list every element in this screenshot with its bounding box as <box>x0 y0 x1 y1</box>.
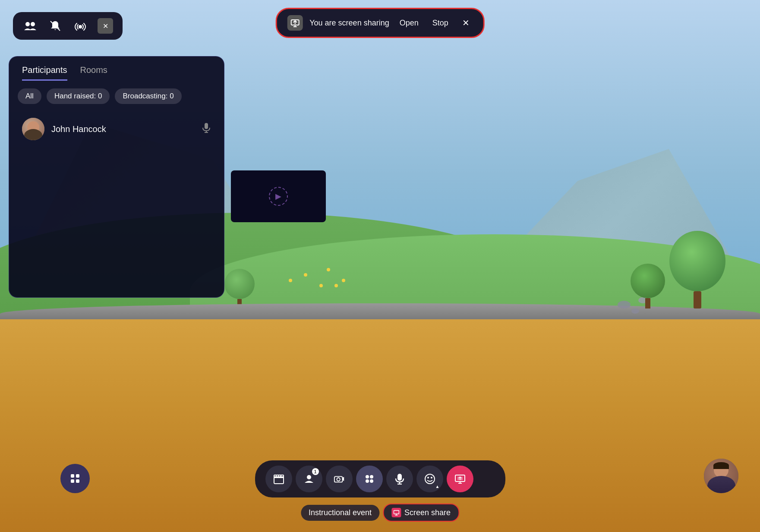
avatar-inner-br <box>704 459 738 493</box>
panel-filters: All Hand raised: 0 Broadcasting: 0 <box>9 81 224 112</box>
tree-foliage <box>669 231 725 291</box>
flower <box>319 284 323 287</box>
bell-slash-icon[interactable] <box>47 18 63 34</box>
screen-share-close-button[interactable]: ✕ <box>459 16 473 30</box>
participant-list: John Hancock <box>9 112 224 297</box>
svg-point-22 <box>337 478 340 481</box>
tab-rooms[interactable]: Rooms <box>80 65 107 81</box>
panel-tabs: Participants Rooms <box>9 57 224 81</box>
table-surface <box>0 319 760 532</box>
play-icon: ▶ <box>275 192 281 201</box>
screen-share-notification: You are screen sharing Open Stop ✕ <box>275 8 485 38</box>
participant-count-badge: 1 <box>312 468 319 475</box>
participants-count-button[interactable]: 1 <box>296 466 322 492</box>
svg-point-0 <box>25 22 30 26</box>
play-button[interactable]: ▶ <box>269 187 288 206</box>
screen-share-label[interactable]: Screen share <box>383 504 459 522</box>
reaction-button[interactable]: ▲ <box>416 466 443 492</box>
clapper-button[interactable] <box>265 466 292 492</box>
broadcast-icon[interactable] <box>73 18 88 34</box>
video-preview[interactable]: ▶ <box>231 170 326 222</box>
participants-panel: Participants Rooms All Hand raised: 0 Br… <box>9 56 224 298</box>
avatar-hair-br <box>713 462 729 469</box>
screen-share-status-text: You are screen sharing <box>309 19 389 28</box>
top-toolbar: ✕ <box>13 12 123 40</box>
tree-foliage-small <box>631 264 665 298</box>
screen-share-active-button[interactable] <box>447 466 473 492</box>
screen-share-upload-icon <box>287 15 303 31</box>
svg-point-23 <box>366 475 369 478</box>
svg-rect-8 <box>205 123 208 129</box>
svg-point-24 <box>370 475 373 478</box>
bottom-toolbar: 1 ▲ <box>255 460 505 497</box>
svg-rect-13 <box>71 479 74 483</box>
participant-item: John Hancock <box>18 112 215 146</box>
microphone-icon <box>202 122 211 136</box>
svg-point-1 <box>31 22 35 26</box>
svg-point-26 <box>370 479 373 483</box>
tree-group <box>669 231 725 308</box>
instructional-event-label: Instructional event <box>301 505 379 521</box>
filter-hand-raised-button[interactable]: Hand raised: 0 <box>47 88 110 104</box>
screen-share-open-button[interactable]: Open <box>396 17 422 29</box>
participants-icon[interactable] <box>22 18 38 34</box>
svg-rect-27 <box>397 474 402 481</box>
avatar-body-br <box>707 476 735 493</box>
flower <box>289 279 292 282</box>
microphone-button[interactable] <box>386 466 413 492</box>
user-avatar-bottom-right[interactable] <box>704 459 738 493</box>
avatar-inner <box>22 118 44 140</box>
svg-point-30 <box>425 474 435 484</box>
avatar <box>22 118 44 140</box>
flower <box>334 284 338 287</box>
svg-rect-38 <box>394 510 399 514</box>
svg-point-25 <box>366 479 369 483</box>
menu-button[interactable] <box>60 464 90 493</box>
avatar-body <box>24 129 42 140</box>
grid-view-button[interactable] <box>356 466 383 492</box>
filter-all-button[interactable]: All <box>18 88 41 104</box>
participant-name: John Hancock <box>51 124 195 134</box>
tree-foliage-left <box>224 269 255 299</box>
bottom-labels: Instructional event Screen share <box>301 504 459 522</box>
tree-trunk <box>694 291 701 308</box>
screen-share-stop-button[interactable]: Stop <box>429 17 452 29</box>
tree-trunk-small <box>645 298 650 308</box>
svg-rect-11 <box>71 474 74 478</box>
tree-small-left <box>224 269 255 308</box>
svg-point-20 <box>307 475 311 479</box>
screen-share-small-icon <box>391 508 401 517</box>
camera-button[interactable] <box>326 466 353 492</box>
close-toolbar-button[interactable]: ✕ <box>98 18 113 34</box>
flower <box>342 279 345 282</box>
filter-broadcasting-button[interactable]: Broadcasting: 0 <box>115 88 181 104</box>
svg-point-31 <box>427 477 429 478</box>
tab-participants[interactable]: Participants <box>22 65 67 81</box>
screen-share-label-text: Screen share <box>404 508 451 517</box>
svg-point-3 <box>79 25 82 28</box>
svg-rect-14 <box>76 479 79 483</box>
svg-point-32 <box>431 477 432 478</box>
svg-rect-12 <box>76 474 79 478</box>
